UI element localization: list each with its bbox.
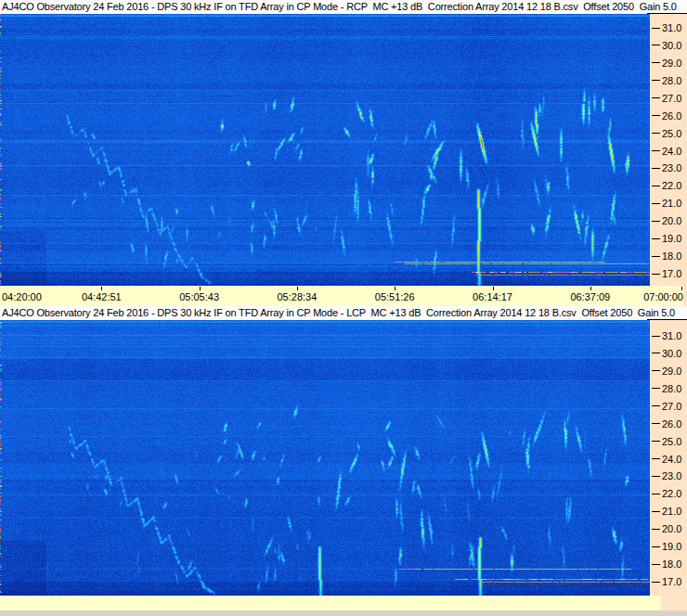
freq-tick bbox=[652, 441, 660, 442]
time-tick bbox=[297, 287, 298, 290]
freq-tick bbox=[652, 388, 660, 389]
freq-tick bbox=[652, 564, 660, 565]
freq-tick-label: 23.0 bbox=[662, 162, 681, 173]
freq-tick-label: 18.0 bbox=[662, 558, 681, 570]
freq-tick-label: 22.0 bbox=[662, 488, 681, 499]
spectrograph-window: AJ4CO Observatory 24 Feb 2016 - DPS 30 k… bbox=[0, 0, 687, 616]
freq-tick-label: 17.0 bbox=[662, 268, 681, 279]
freq-tick bbox=[652, 186, 660, 186]
time-tick bbox=[681, 287, 682, 290]
freq-tick bbox=[652, 115, 660, 116]
freq-axis-rcp: 31.030.029.028.027.026.025.024.023.022.0… bbox=[650, 14, 687, 286]
time-tick-label: 04:20:00 bbox=[2, 291, 42, 302]
time-tick-label: 05:05:43 bbox=[179, 291, 219, 302]
freq-tick bbox=[652, 274, 660, 275]
freq-tick-label: 24.0 bbox=[662, 454, 681, 465]
freq-tick-label: 30.0 bbox=[662, 40, 681, 51]
time-axis: 04:20:0004:42:5105:05:4305:28:3405:51:26… bbox=[0, 286, 683, 306]
freq-tick-label: 26.0 bbox=[662, 418, 681, 430]
freq-tick bbox=[652, 203, 660, 204]
freq-tick-label: 24.0 bbox=[662, 146, 681, 157]
freq-tick-label: 26.0 bbox=[662, 110, 681, 122]
bottom-time-strip bbox=[0, 596, 661, 610]
freq-tick bbox=[652, 80, 660, 81]
freq-tick bbox=[652, 405, 660, 406]
panel-title-rcp: AJ4CO Observatory 24 Feb 2016 - DPS 30 k… bbox=[0, 0, 687, 14]
panel-title-lcp: AJ4CO Observatory 24 Feb 2016 - DPS 30 k… bbox=[0, 306, 687, 320]
freq-tick bbox=[652, 97, 660, 98]
freq-tick bbox=[652, 458, 660, 459]
spectrogram-rcp[interactable] bbox=[0, 14, 650, 286]
time-tick-label: 06:37:09 bbox=[570, 291, 610, 302]
freq-tick bbox=[652, 494, 660, 494]
freq-tick-label: 22.0 bbox=[662, 180, 681, 191]
spectrogram-lcp[interactable] bbox=[0, 320, 650, 596]
time-tick bbox=[200, 287, 201, 290]
freq-tick-label: 19.0 bbox=[662, 233, 681, 244]
freq-tick-label: 19.0 bbox=[662, 541, 681, 552]
time-tick-label: 06:14:17 bbox=[473, 291, 512, 302]
freq-tick bbox=[652, 28, 660, 29]
freq-tick bbox=[652, 336, 660, 337]
freq-tick-label: 17.0 bbox=[662, 576, 681, 587]
freq-tick bbox=[652, 529, 660, 530]
freq-tick-label: 29.0 bbox=[662, 58, 681, 69]
freq-tick-label: 25.0 bbox=[662, 128, 681, 139]
time-tick bbox=[590, 287, 591, 290]
freq-tick bbox=[652, 62, 660, 63]
freq-tick-label: 27.0 bbox=[662, 401, 681, 412]
time-tick bbox=[101, 287, 102, 290]
freq-tick bbox=[652, 582, 660, 583]
time-tick bbox=[493, 287, 494, 290]
time-tick-label: 05:51:26 bbox=[375, 291, 415, 302]
freq-tick-label: 20.0 bbox=[662, 215, 681, 226]
freq-tick-label: 18.0 bbox=[662, 250, 681, 262]
freq-tick bbox=[652, 238, 660, 239]
freq-tick bbox=[652, 133, 660, 134]
freq-tick-label: 27.0 bbox=[662, 93, 681, 104]
freq-tick bbox=[652, 168, 660, 169]
freq-tick-label: 21.0 bbox=[662, 198, 681, 209]
freq-tick bbox=[652, 256, 660, 257]
time-tick bbox=[395, 287, 395, 290]
freq-axis-lcp: 31.030.029.028.027.026.025.024.023.022.0… bbox=[650, 320, 687, 596]
freq-tick-label: 21.0 bbox=[662, 506, 681, 517]
time-tick-label: 07:00:00 bbox=[643, 291, 683, 302]
time-tick-label: 04:42:51 bbox=[82, 291, 122, 302]
freq-tick-label: 28.0 bbox=[662, 383, 681, 394]
freq-tick bbox=[652, 353, 660, 353]
freq-tick-label: 25.0 bbox=[662, 436, 681, 447]
freq-tick-label: 31.0 bbox=[662, 330, 681, 341]
freq-tick bbox=[652, 476, 660, 477]
freq-tick-label: 28.0 bbox=[662, 75, 681, 86]
freq-tick-label: 23.0 bbox=[662, 470, 681, 481]
time-tick-label: 05:28:34 bbox=[277, 291, 317, 302]
freq-tick bbox=[652, 370, 660, 371]
freq-tick-label: 20.0 bbox=[662, 523, 681, 534]
freq-tick bbox=[652, 150, 660, 151]
freq-tick-label: 29.0 bbox=[662, 366, 681, 377]
freq-tick bbox=[652, 45, 660, 45]
freq-tick-label: 31.0 bbox=[662, 22, 681, 33]
window-bottom-edge bbox=[0, 610, 687, 616]
freq-tick-label: 30.0 bbox=[662, 348, 681, 359]
freq-tick bbox=[652, 423, 660, 424]
freq-tick bbox=[652, 546, 660, 547]
freq-tick bbox=[652, 511, 660, 512]
freq-tick bbox=[652, 221, 660, 222]
